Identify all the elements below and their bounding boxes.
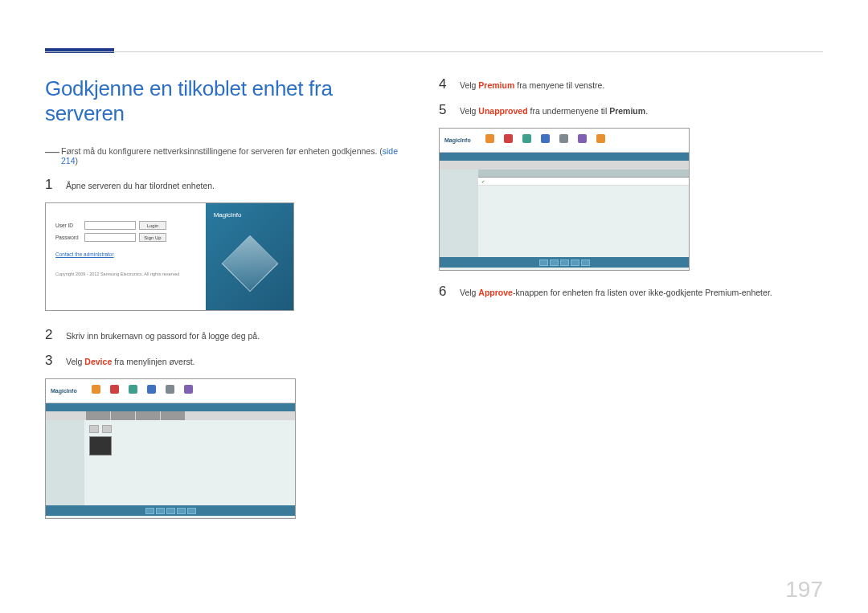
app-bottombar	[46, 505, 295, 516]
sidebar-item[interactable]	[443, 180, 475, 186]
app-logo: MagicInfo	[444, 137, 471, 143]
login-panel-right: MagicInfo	[206, 203, 293, 310]
step-1: 1 Åpne serveren du har tilordnet enheten…	[45, 177, 399, 193]
password-input[interactable]	[84, 233, 136, 242]
nav-icon-1[interactable]	[92, 385, 101, 398]
left-column: Godkjenne en tilkoblet enhet fra servere…	[45, 76, 399, 532]
sidebar-item[interactable]	[49, 423, 81, 430]
userid-label: User ID	[55, 223, 81, 228]
red-icon	[504, 134, 513, 143]
page-title: Godkjenne en tilkoblet enhet fra servere…	[45, 76, 399, 126]
signup-button[interactable]: Sign Up	[139, 233, 166, 242]
pager-btn[interactable]	[187, 508, 196, 514]
sidebar-item[interactable]	[49, 431, 81, 437]
sidebar-item[interactable]	[443, 173, 475, 179]
copyright-text: Copyright 2009 - 2012 Samsung Electronic…	[55, 272, 196, 276]
app-main	[84, 420, 295, 505]
step5-emphasis2: Premium	[609, 106, 645, 116]
blue-icon	[147, 385, 156, 394]
device-screenshot: MagicInfo	[45, 378, 296, 519]
tab[interactable]	[161, 411, 185, 420]
tab[interactable]	[136, 411, 160, 420]
step5-end: .	[645, 106, 648, 116]
app-tabs	[46, 411, 295, 420]
step4-post: fra menyene til venstre.	[514, 80, 604, 90]
step-number: 4	[439, 76, 460, 92]
pager-btn[interactable]	[166, 508, 175, 514]
step-5: 5 Velg Unapproved fra undermenyene til P…	[439, 102, 823, 118]
step-4: 4 Velg Premium fra menyene til venstre.	[439, 76, 823, 92]
pager-btn[interactable]	[145, 508, 154, 514]
device-thumbnail[interactable]	[89, 436, 112, 456]
step5-pre: Velg	[460, 106, 478, 116]
step-text: Velg Approve-knappen for enheten fra lis…	[460, 284, 772, 299]
nav-icon-5[interactable]	[166, 385, 175, 398]
pager-btn[interactable]	[539, 260, 548, 266]
contact-admin-link[interactable]: Contact the administrator	[55, 251, 114, 257]
nav-icon[interactable]	[485, 134, 495, 147]
note-text-prefix: Først må du konfigurere nettverksinnstil…	[61, 146, 383, 156]
app-logo: MagicInfo	[51, 388, 77, 394]
app-sidebar	[46, 420, 84, 505]
table-row[interactable]: ✔	[478, 178, 689, 186]
step-text: Åpne serveren du har tilordnet enheten.	[66, 177, 215, 192]
table-header	[478, 170, 689, 178]
blue-icon	[541, 134, 550, 143]
app-body: ✔	[440, 170, 689, 257]
header-rule	[45, 51, 823, 52]
pager-btn[interactable]	[571, 260, 579, 266]
app-topbar: MagicInfo	[46, 379, 295, 403]
step-text: Velg Premium fra menyene til venstre.	[460, 76, 604, 92]
userid-input[interactable]	[84, 221, 136, 230]
nav-icon[interactable]	[504, 134, 514, 147]
step-text: Skriv inn brukernavn og passord for å lo…	[66, 327, 260, 342]
tab[interactable]	[86, 411, 110, 420]
nav-icon-2[interactable]	[110, 385, 120, 398]
app-bottombar	[440, 257, 689, 268]
app-subnav	[440, 161, 689, 170]
top-nav-icons	[92, 385, 194, 398]
step3-emphasis: Device	[84, 357, 112, 366]
purple-icon	[184, 385, 193, 394]
check-icon: ✔	[481, 179, 485, 184]
sidebar-item[interactable]	[49, 445, 81, 452]
sidebar-item[interactable]	[443, 194, 475, 201]
step3-post: fra menylinjen øverst.	[112, 357, 194, 366]
nav-icon[interactable]	[578, 134, 588, 147]
app-topbar: MagicInfo	[440, 129, 689, 153]
step6-post: -knappen for enheten fra listen over ikk…	[513, 288, 772, 297]
tab[interactable]	[111, 411, 135, 420]
pager-btn[interactable]	[156, 508, 165, 514]
login-screenshot: User ID Login Password Sign Up Contact t…	[45, 202, 294, 311]
content-area: Godkjenne en tilkoblet enhet fra servere…	[45, 76, 823, 532]
pager-btn[interactable]	[550, 260, 559, 266]
main-toolbar	[89, 425, 290, 433]
toolbar-btn[interactable]	[102, 425, 112, 433]
nav-icon-3[interactable]	[129, 385, 138, 398]
nav-icon[interactable]	[541, 134, 551, 147]
sidebar-item[interactable]	[49, 438, 81, 444]
app-nav-strip	[46, 403, 295, 411]
nav-icon[interactable]	[522, 134, 532, 147]
nav-icon[interactable]	[596, 134, 606, 147]
note-dash-icon: ―	[45, 143, 59, 160]
step6-pre: Velg	[460, 288, 478, 297]
pager-btn[interactable]	[560, 260, 569, 266]
nav-icon[interactable]	[559, 134, 569, 147]
sidebar-item[interactable]	[443, 187, 475, 194]
step-number: 6	[439, 284, 460, 300]
sidebar-item[interactable]	[49, 452, 81, 459]
orange-icon	[92, 385, 100, 394]
step-3: 3 Velg Device fra menylinjen øverst.	[45, 353, 399, 369]
pager-btn[interactable]	[581, 260, 590, 266]
nav-icon-4[interactable]	[147, 385, 157, 398]
right-column: 4 Velg Premium fra menyene til venstre. …	[439, 76, 823, 532]
password-label: Password	[55, 235, 81, 240]
magicinfo-logo: MagicInfo	[214, 211, 285, 219]
login-button[interactable]: Login	[139, 221, 166, 230]
orange-icon	[485, 134, 494, 143]
nav-icon-6[interactable]	[184, 385, 194, 398]
pager-btn[interactable]	[177, 508, 186, 514]
toolbar-btn[interactable]	[89, 425, 99, 433]
step5-emphasis: Unapproved	[478, 106, 527, 116]
